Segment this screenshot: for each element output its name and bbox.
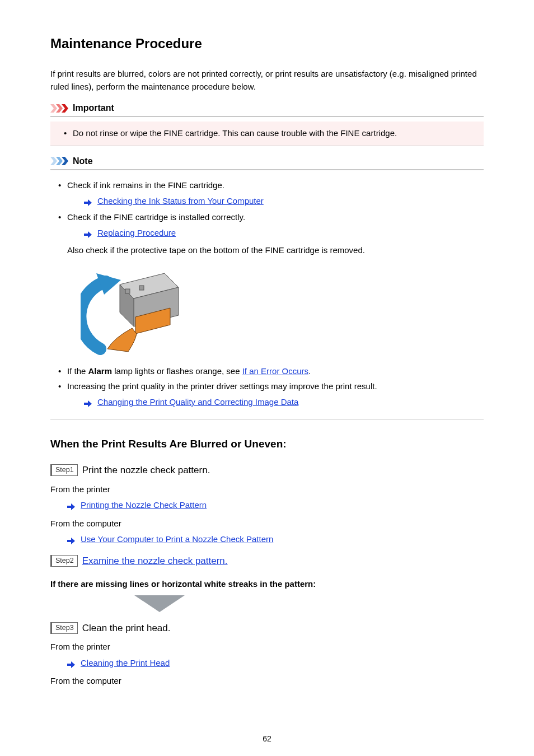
step2-badge: Step2: [50, 555, 78, 567]
link-print-quality[interactable]: Changing the Print Quality and Correctin…: [97, 396, 298, 409]
important-title: Important: [73, 101, 114, 115]
important-header: Important: [50, 101, 484, 117]
step3-from-computer: From the computer: [50, 675, 484, 688]
arrow-right-icon: [67, 501, 75, 509]
note-text-tape: Also check if the protective tape on the…: [67, 244, 484, 257]
link-print-nozzle-pattern[interactable]: Printing the Nozzle Check Pattern: [81, 499, 207, 512]
link-error-occurs[interactable]: If an Error Occurs: [242, 366, 308, 376]
note-item-3: If the Alarm lamp lights or flashes oran…: [60, 365, 484, 378]
svg-marker-13: [134, 595, 185, 612]
step1-title: Print the nozzle check pattern.: [82, 463, 210, 478]
note-item-1: Check if ink remains in the FINE cartrid…: [60, 179, 484, 208]
svg-rect-12: [139, 286, 144, 290]
link-clean-print-head[interactable]: Cleaning the Print Head: [81, 657, 170, 670]
intro-text: If print results are blurred, colors are…: [50, 68, 484, 93]
step3-from-printer: From the printer: [50, 641, 484, 654]
svg-rect-11: [125, 289, 130, 293]
arrow-right-icon: [84, 197, 92, 205]
step3-row: Step3 Clean the print head.: [50, 621, 484, 636]
step1-badge: Step1: [50, 464, 78, 476]
note-callout: Note Check if ink remains in the FINE ca…: [50, 155, 484, 419]
link-ink-status[interactable]: Checking the Ink Status from Your Comput…: [97, 195, 264, 208]
note-header: Note: [50, 155, 484, 170]
step1-from-printer: From the printer: [50, 483, 484, 496]
step2-row: Step2 Examine the nozzle check pattern.: [50, 554, 484, 568]
svg-marker-0: [50, 104, 57, 113]
step1-row: Step1 Print the nozzle check pattern.: [50, 463, 484, 478]
step2-condition: If there are missing lines or horizontal…: [50, 578, 484, 591]
note-title: Note: [73, 155, 93, 168]
note-body: Check if ink remains in the FINE cartrid…: [50, 175, 484, 419]
arrow-right-icon: [84, 398, 92, 406]
chevrons-icon: [50, 157, 69, 165]
chevrons-icon: [50, 104, 69, 113]
arrow-right-icon: [84, 229, 92, 237]
svg-marker-3: [50, 157, 57, 165]
link-examine-pattern[interactable]: Examine the nozzle check pattern.: [82, 554, 228, 568]
link-computer-nozzle-pattern[interactable]: Use Your Computer to Print a Nozzle Chec…: [81, 533, 273, 546]
note-item-4: Increasing the print quality in the prin…: [60, 380, 484, 409]
arrow-right-icon: [67, 535, 75, 543]
important-body: Do not rinse or wipe the FINE cartridge.…: [50, 122, 484, 146]
section-heading: When the Print Results Are Blurred or Un…: [50, 436, 484, 452]
step3-title: Clean the print head.: [82, 621, 171, 636]
cartridge-illustration: [81, 262, 184, 357]
important-callout: Important Do not rinse or wipe the FINE …: [50, 101, 484, 146]
note-item-2: Check if the FINE cartridge is installed…: [60, 211, 484, 358]
page-title: Maintenance Procedure: [50, 34, 484, 54]
step3-badge: Step3: [50, 622, 78, 634]
step1-from-computer: From the computer: [50, 517, 484, 530]
important-item: Do not rinse or wipe the FINE cartridge.…: [66, 127, 478, 140]
link-replacing-procedure[interactable]: Replacing Procedure: [97, 227, 176, 240]
down-arrow-icon: [134, 595, 185, 613]
arrow-right-icon: [67, 659, 75, 667]
page-number: 62: [0, 733, 534, 745]
